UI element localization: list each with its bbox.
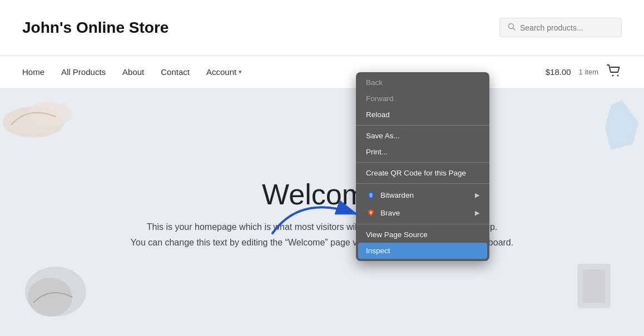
svg-line-1 xyxy=(513,28,516,31)
site-title: John's Online Store xyxy=(22,19,499,37)
search-bar[interactable] xyxy=(499,18,622,37)
context-menu-brave[interactable]: Brave ▶ xyxy=(356,204,489,222)
view-source-label: View Page Source xyxy=(366,230,428,239)
qr-code-label: Create QR Code for this Page xyxy=(366,169,466,177)
context-menu: Back Forward Reload Save As... Print... … xyxy=(356,72,489,261)
cart-price: $18.00 xyxy=(546,67,571,77)
cart-count: 1 item xyxy=(579,68,598,76)
decoration-bottom-left xyxy=(17,258,95,325)
account-label: Account xyxy=(206,67,236,77)
divider-1 xyxy=(356,125,489,126)
main-content: Welcome This is your homepage which is w… xyxy=(0,89,644,336)
site-header: John's Online Store xyxy=(0,0,644,56)
save-as-label: Save As... xyxy=(366,132,400,140)
svg-point-7 xyxy=(28,278,72,317)
bitwarden-label: Bitwarden xyxy=(380,191,414,199)
context-menu-bitwarden[interactable]: Bitwarden ▶ xyxy=(356,186,489,204)
svg-point-2 xyxy=(612,74,614,76)
search-input[interactable] xyxy=(520,23,613,32)
decoration-top-right xyxy=(600,94,644,161)
bitwarden-submenu-arrow: ▶ xyxy=(475,192,479,199)
bitwarden-icon xyxy=(366,190,376,200)
svg-rect-11 xyxy=(583,269,605,303)
nav-item-account[interactable]: Account ▾ xyxy=(206,67,242,77)
divider-4 xyxy=(356,224,489,224)
context-menu-view-source[interactable]: View Page Source xyxy=(356,227,489,243)
nav-item-all-products[interactable]: All Products xyxy=(61,67,106,77)
context-menu-back[interactable]: Back xyxy=(356,74,489,91)
nav-bar: Home All Products About Contact Account … xyxy=(0,56,644,89)
bitwarden-content: Bitwarden xyxy=(366,190,414,200)
context-menu-qr-code[interactable]: Create QR Code for this Page xyxy=(356,165,489,181)
reload-label: Reload xyxy=(366,111,390,119)
account-dropdown-arrow: ▾ xyxy=(239,68,242,76)
divider-2 xyxy=(356,162,489,163)
inspect-label: Inspect xyxy=(366,247,390,255)
back-label: Back xyxy=(366,78,383,87)
brave-label: Brave xyxy=(380,209,400,217)
brave-icon xyxy=(366,208,376,218)
context-menu-forward[interactable]: Forward xyxy=(356,91,489,107)
svg-point-5 xyxy=(28,102,72,126)
brave-submenu-arrow: ▶ xyxy=(475,209,479,217)
decoration-bottom-right xyxy=(566,253,622,325)
cart-area: $18.00 1 item xyxy=(546,64,622,81)
context-menu-inspect[interactable]: Inspect xyxy=(358,243,487,259)
divider-3 xyxy=(356,183,489,184)
search-icon xyxy=(508,23,516,32)
decoration-top-left xyxy=(0,94,89,139)
svg-point-3 xyxy=(617,74,619,76)
nav-item-about[interactable]: About xyxy=(122,67,144,77)
context-menu-save-as[interactable]: Save As... xyxy=(356,128,489,144)
brave-content: Brave xyxy=(366,208,400,218)
print-label: Print... xyxy=(366,148,388,156)
context-menu-reload[interactable]: Reload xyxy=(356,107,489,123)
forward-label: Forward xyxy=(366,94,394,103)
nav-item-contact[interactable]: Contact xyxy=(161,67,190,77)
context-menu-print[interactable]: Print... xyxy=(356,144,489,160)
cart-icon[interactable] xyxy=(606,64,622,81)
nav-item-home[interactable]: Home xyxy=(22,67,44,77)
